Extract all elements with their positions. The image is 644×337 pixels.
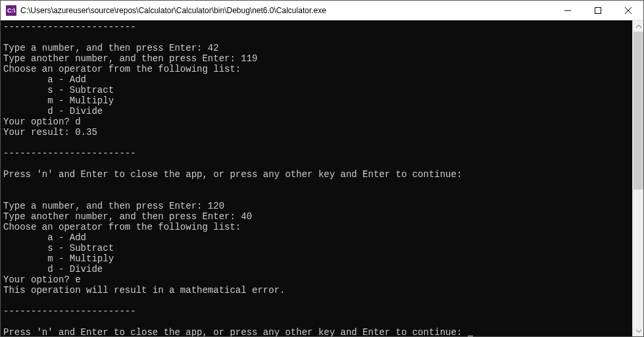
error-message: This operation will result in a mathemat…: [3, 285, 285, 296]
choose-operator-line: Choose an operator from the following li…: [3, 64, 241, 74]
option-prompt: Your option?: [3, 117, 75, 127]
continue-prompt: Press 'n' and Enter to close the app, or…: [3, 169, 468, 180]
svg-rect-1: [595, 7, 601, 13]
user-input: 42: [208, 43, 219, 53]
separator-line: ------------------------: [3, 22, 136, 32]
user-input: d: [75, 117, 80, 127]
operator-option: d - Divide: [3, 264, 103, 274]
operator-option: s - Subtract: [3, 85, 114, 95]
separator-line: ------------------------: [3, 306, 136, 317]
operator-option: m - Multiply: [3, 253, 114, 264]
titlebar-left: C:\ C:\Users\azureuser\source\repos\Calc…: [1, 5, 326, 16]
window-title: C:\Users\azureuser\source\repos\Calculat…: [20, 6, 326, 15]
window-controls: [553, 1, 643, 20]
cursor: [468, 336, 473, 336]
user-input: e: [75, 274, 80, 285]
user-input: 120: [208, 201, 224, 211]
app-icon: C:\: [6, 5, 16, 16]
close-icon: [625, 7, 632, 14]
prompt-text: Type another number, and then press Ente…: [3, 211, 241, 222]
scroll-up-button[interactable]: [633, 20, 643, 32]
operator-option: a - Add: [3, 74, 86, 85]
separator-line: ------------------------: [3, 148, 136, 159]
close-button[interactable]: [613, 1, 643, 20]
continue-prompt: Press 'n' and Enter to close the app, or…: [3, 327, 468, 336]
result-value: 0.35: [75, 127, 97, 138]
maximize-button[interactable]: [583, 1, 613, 20]
vertical-scrollbar[interactable]: [632, 20, 643, 336]
operator-option: s - Subtract: [3, 243, 114, 253]
console-output[interactable]: ------------------------ Type a number, …: [1, 20, 632, 336]
prompt-text: Type a number, and then press Enter:: [3, 201, 208, 211]
scroll-down-button[interactable]: [633, 325, 643, 336]
result-label: Your result:: [3, 127, 75, 138]
operator-option: a - Add: [3, 232, 86, 243]
operator-option: d - Divide: [3, 106, 103, 117]
console-area: ------------------------ Type a number, …: [1, 20, 643, 336]
prompt-text: Type a number, and then press Enter:: [3, 43, 208, 53]
option-prompt: Your option?: [3, 274, 75, 285]
chevron-up-icon: [636, 25, 641, 28]
user-input: 40: [241, 211, 252, 222]
minimize-button[interactable]: [553, 1, 583, 20]
prompt-text: Type another number, and then press Ente…: [3, 53, 241, 64]
choose-operator-line: Choose an operator from the following li…: [3, 222, 241, 232]
chevron-down-icon: [636, 330, 641, 332]
titlebar[interactable]: C:\ C:\Users\azureuser\source\repos\Calc…: [1, 1, 643, 20]
minimize-icon: [564, 7, 571, 14]
scroll-thumb[interactable]: [633, 32, 643, 190]
maximize-icon: [595, 7, 601, 14]
app-window: C:\ C:\Users\azureuser\source\repos\Calc…: [0, 0, 644, 337]
operator-option: m - Multiply: [3, 95, 114, 106]
user-input: 119: [241, 53, 257, 64]
